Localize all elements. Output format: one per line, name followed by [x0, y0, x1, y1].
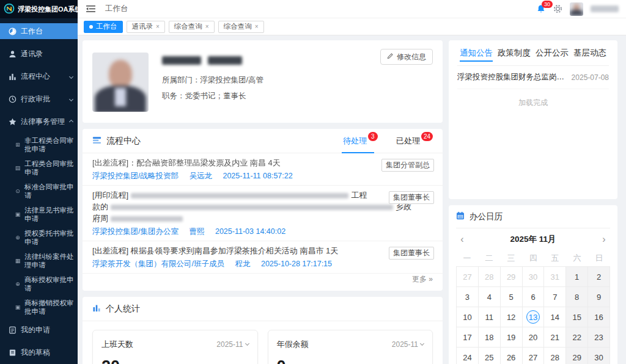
calendar-day[interactable]: 3	[457, 287, 479, 307]
contacts-icon	[8, 50, 17, 58]
calendar-day[interactable]: 30	[588, 348, 610, 364]
tab-public[interactable]: 公开公示	[536, 41, 569, 65]
sidebar-subitem-standard-contract[interactable]: ⊙标准合同审批申请	[0, 183, 78, 200]
calendar-day[interactable]: 4	[479, 287, 501, 307]
document-filled-icon	[8, 349, 17, 357]
calendar-day[interactable]: 10	[457, 307, 479, 327]
tab-notice[interactable]: 通知公告	[460, 41, 493, 65]
notice-item[interactable]: 浮梁投资控股集团财务总监岗位竞聘公告 2025-07-08	[457, 66, 609, 89]
close-icon[interactable]: ×	[255, 23, 259, 30]
next-month-arrow[interactable]: ›	[598, 234, 610, 245]
calendar-day[interactable]: 12	[501, 307, 523, 327]
calendar-day[interactable]: 11	[479, 307, 501, 327]
time-link[interactable]: 2025-11-11 08:57:22	[223, 172, 292, 180]
calendar-day[interactable]: 29	[566, 348, 588, 364]
tab-workbench[interactable]: 工作台	[84, 21, 123, 33]
notification-bell-icon[interactable]: 30	[536, 4, 546, 14]
close-icon[interactable]: ×	[205, 23, 209, 30]
calendar-day[interactable]: 6	[523, 287, 545, 307]
person-link[interactable]: 曹熙	[189, 227, 204, 236]
calendar-day[interactable]: 17	[457, 327, 479, 348]
person-link[interactable]: 吴远龙	[189, 172, 212, 180]
calendar-day[interactable]: 31	[544, 267, 566, 287]
calendar-day[interactable]: 22	[566, 327, 588, 348]
sidebar-item-contacts[interactable]: 通讯录	[0, 46, 78, 62]
calendar-day[interactable]: 28	[479, 267, 501, 287]
calendar-day[interactable]: 26	[501, 348, 523, 364]
calendar-day[interactable]: 19	[501, 327, 523, 348]
calendar-day[interactable]: 21	[544, 327, 566, 348]
tab-pending[interactable]: 待处理 3	[343, 129, 378, 153]
close-icon[interactable]: ×	[156, 23, 160, 30]
dept-link[interactable]: 浮梁投控集团/集团办公室	[92, 227, 179, 236]
calendar-day[interactable]: 18	[479, 327, 501, 348]
calendar-day[interactable]: 27	[457, 267, 479, 287]
topbar: 工作台 30	[78, 0, 626, 18]
doc-icon: ⊞	[15, 140, 21, 149]
calendar-day[interactable]: 15	[566, 307, 588, 327]
edit-info-button[interactable]: 修改信息	[380, 49, 433, 65]
chevron-down-icon	[245, 341, 249, 346]
calendar-day[interactable]: 30	[523, 267, 545, 287]
sidebar-subitem-authorization[interactable]: ⊕授权委托书审批申请	[0, 229, 78, 246]
user-avatar[interactable]	[570, 2, 583, 16]
process-item[interactable]: [用印流程]工程 款的乡政 府周 集团董事长 浮梁投控集团/集团办公室 曹熙 2…	[83, 186, 443, 241]
sidebar-subitem-non-eng-contract[interactable]: ⊞非工程类合同审批申请	[0, 136, 78, 153]
calendar-day[interactable]: 25	[479, 348, 501, 364]
calendar-day[interactable]: 23	[588, 327, 610, 348]
calendar-card-title: 办公日历	[470, 211, 503, 222]
menu-collapse-icon[interactable]	[86, 5, 95, 13]
tab-query-1[interactable]: 综合查询 ×	[169, 21, 215, 33]
dept-link[interactable]: 浮梁投控集团/战略投资部	[92, 172, 179, 180]
calendar-day[interactable]: 16	[588, 307, 610, 327]
sidebar-subitem-legal-opinion[interactable]: ▣法律意见书审批申请	[0, 206, 78, 223]
avatar-photo-blur	[570, 2, 583, 16]
calendar-day[interactable]: 1	[566, 267, 588, 287]
person-link[interactable]: 程龙	[235, 260, 250, 268]
calendar-day[interactable]: 7	[544, 287, 566, 307]
calendar-weekday-row: 一 二 三 四 五 六 日	[456, 250, 610, 266]
sidebar-item-workbench[interactable]: 工作台	[0, 23, 78, 39]
approver-tag: 集团董事长	[389, 247, 434, 260]
calendar-day[interactable]: 28	[544, 348, 566, 364]
gear-icon[interactable]	[553, 4, 562, 13]
time-link[interactable]: 2025-11-03 14:40:02	[215, 227, 285, 236]
tab-policy[interactable]: 政策制度	[498, 41, 531, 65]
calendar-day[interactable]: 20	[523, 327, 545, 348]
sidebar-subitem-eng-contract[interactable]: ▤工程类合同审批申请	[0, 159, 78, 177]
period-select[interactable]: 2025-11	[392, 340, 424, 349]
sidebar-item-admin-approval[interactable]: 行政审批	[0, 91, 78, 107]
process-item-title: [出差流程] 根据县领导要求到南昌参加浮梁茶推介相关活动 南昌市 1天	[92, 245, 433, 257]
tab-done[interactable]: 已处理 24	[396, 129, 433, 153]
calendar-day[interactable]: 27	[523, 348, 545, 364]
user-name-redacted[interactable]	[591, 5, 619, 12]
stat-value: 0天	[277, 357, 424, 364]
prev-month-arrow[interactable]: ‹	[456, 234, 468, 245]
sidebar-item-my-applications[interactable]: 我的申请	[0, 322, 78, 338]
calendar-day[interactable]: 24	[457, 348, 479, 364]
sidebar-subitem-trademark-revoke[interactable]: ▣商标撤销授权审批申请	[0, 299, 78, 316]
sidebar-item-process-center[interactable]: 流程中心	[0, 68, 78, 84]
dept-link[interactable]: 浮梁茶开发（集团）有限公司/班子成员	[92, 260, 224, 268]
sidebar-item-label: 我的申请	[21, 325, 50, 335]
done-count-badge: 24	[421, 132, 433, 141]
calendar-day[interactable]: 9	[588, 287, 610, 307]
calendar-day[interactable]: 2	[588, 267, 610, 287]
calendar-day[interactable]: 5	[501, 287, 523, 307]
tab-query-2[interactable]: 综合查询 ×	[218, 21, 264, 33]
tab-contacts[interactable]: 通讯录 ×	[127, 21, 165, 33]
more-link[interactable]: 更多 »	[412, 274, 433, 285]
calendar-day[interactable]: 13	[523, 307, 545, 327]
calendar-day[interactable]: 29	[501, 267, 523, 287]
period-select[interactable]: 2025-11	[216, 340, 248, 349]
tab-grassroots[interactable]: 基层动态	[573, 41, 606, 65]
calendar-day[interactable]: 8	[566, 287, 588, 307]
process-item[interactable]: [出差流程] 根据县领导要求到南昌参加浮梁茶推介相关活动 南昌市 1天 集团董事…	[83, 241, 443, 274]
calendar-day[interactable]: 14	[544, 307, 566, 327]
process-item[interactable]: [出差流程]：配合融资部整理晶梁发票及内业 南昌 4天 集团分管副总 浮梁投控集…	[83, 153, 443, 186]
sidebar-subitem-trademark-auth[interactable]: ⊕商标授权审批申请	[0, 275, 78, 293]
sidebar-item-my-drafts[interactable]: 我的草稿	[0, 344, 78, 360]
sidebar-item-legal-affairs[interactable]: 法律事务管理	[0, 114, 78, 129]
sidebar-subitem-dispute-case[interactable]: ▦法律纠纷案件处理申请	[0, 252, 78, 269]
time-link[interactable]: 2025-10-28 17:17:15	[261, 260, 332, 268]
